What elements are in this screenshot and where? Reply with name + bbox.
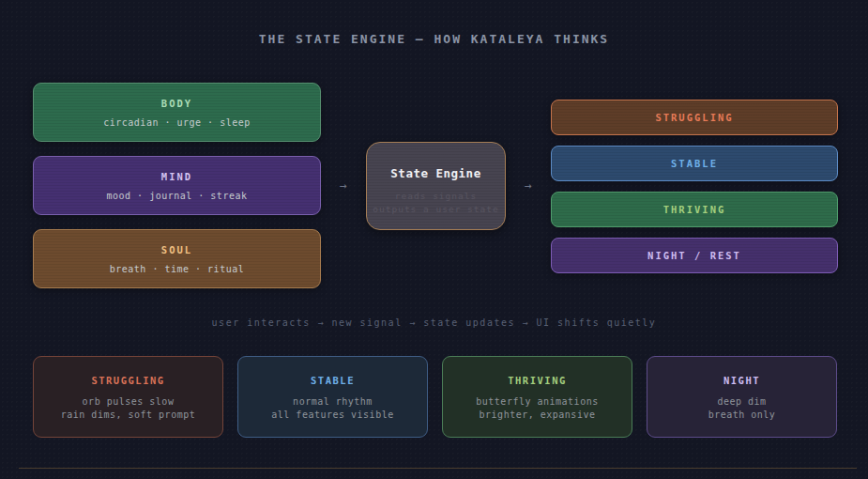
card-struggling-line1: orb pulses slow — [34, 395, 222, 409]
state-engine-node: State Engine reads signals outputs a use… — [366, 142, 506, 230]
card-thriving-title: THRIVING — [443, 375, 632, 387]
node-soul: SOUL breath · time · ritual — [33, 229, 321, 288]
input-signals-column: BODY circadian · urge · sleep MIND mood … — [33, 83, 321, 288]
flow-caption: user interacts → new signal → state upda… — [0, 317, 868, 329]
page-title: THE STATE ENGINE — HOW KATALEYA THINKS — [0, 32, 868, 46]
card-stable-title: STABLE — [238, 375, 427, 387]
card-struggling-title: STRUGGLING — [34, 375, 222, 387]
flow-arrow-right-icon: → — [517, 179, 540, 193]
card-struggling: STRUGGLING orb pulses slow rain dims, so… — [33, 356, 223, 438]
card-struggling-body: orb pulses slow rain dims, soft prompt — [34, 395, 222, 422]
card-thriving: THRIVING butterfly animations brighter, … — [442, 356, 632, 438]
state-pill-stable: STABLE — [551, 146, 838, 181]
output-states-column: STRUGGLING STABLE THRIVING NIGHT / REST — [551, 100, 838, 273]
state-pill-night-rest: NIGHT / REST — [551, 238, 838, 273]
state-pill-thriving: THRIVING — [551, 192, 838, 227]
node-soul-subtitle: breath · time · ritual — [34, 263, 320, 275]
node-soul-title: SOUL — [34, 244, 320, 256]
state-engine-line2: outputs a user state — [367, 203, 505, 216]
card-stable-line1: normal rhythm — [238, 395, 427, 409]
state-engine-description: reads signals outputs a user state — [367, 190, 505, 216]
card-thriving-body: butterfly animations brighter, expansive — [443, 395, 632, 422]
node-mind-subtitle: mood · journal · streak — [34, 190, 320, 202]
state-pill-struggling: STRUGGLING — [551, 100, 838, 135]
card-night-line2: breath only — [647, 409, 836, 422]
card-night: NIGHT deep dim breath only — [647, 356, 837, 438]
node-body: BODY circadian · urge · sleep — [33, 83, 321, 142]
flow-arrow-left-icon: → — [332, 179, 355, 193]
node-body-subtitle: circadian · urge · sleep — [34, 116, 320, 129]
card-thriving-line2: brighter, expansive — [443, 409, 632, 422]
card-thriving-line1: butterfly animations — [443, 395, 632, 409]
card-stable-line2: all features visible — [238, 409, 427, 422]
state-engine-line1: reads signals — [367, 190, 505, 203]
card-stable: STABLE normal rhythm all features visibl… — [237, 356, 428, 438]
card-night-body: deep dim breath only — [647, 395, 836, 422]
state-engine-title: State Engine — [367, 167, 505, 179]
node-body-title: BODY — [34, 98, 320, 110]
card-stable-body: normal rhythm all features visible — [238, 395, 427, 422]
node-mind-title: MIND — [34, 171, 320, 183]
state-detail-cards: STRUGGLING orb pulses slow rain dims, so… — [33, 356, 837, 438]
card-night-title: NIGHT — [647, 375, 836, 387]
card-struggling-line2: rain dims, soft prompt — [34, 409, 222, 422]
card-night-line1: deep dim — [647, 395, 836, 409]
node-mind: MIND mood · journal · streak — [33, 156, 321, 215]
bottom-divider — [19, 468, 857, 469]
